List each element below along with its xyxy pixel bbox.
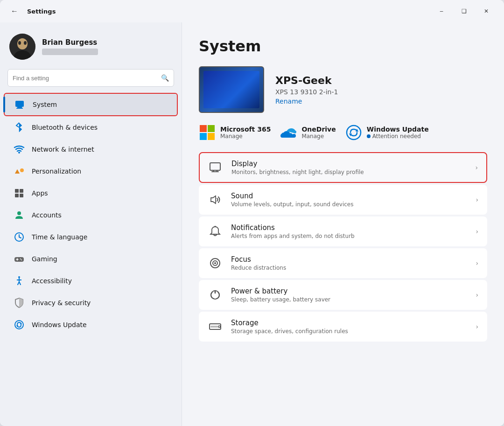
svg-rect-50 [210, 326, 218, 328]
sidebar-item-accessibility[interactable]: Accessibility [4, 270, 178, 292]
svg-rect-18 [14, 257, 24, 262]
svg-rect-31 [200, 125, 207, 132]
time-icon [13, 231, 25, 243]
sidebar: Brian Burgess 🔍 [0, 22, 182, 426]
svg-rect-12 [15, 194, 19, 197]
svg-marker-42 [211, 196, 216, 203]
sound-chevron: › [476, 196, 478, 203]
sound-desc: Volume levels, output, input, sound devi… [231, 201, 467, 208]
notifications-text: Notifications Alerts from apps and syste… [231, 223, 467, 239]
settings-window: ← Settings – ❑ ✕ [0, 0, 504, 426]
svg-point-22 [21, 259, 22, 260]
user-section: Brian Burgess [0, 22, 182, 69]
storage-desc: Storage space, drives, configuration rul… [231, 328, 467, 335]
setting-item-notifications[interactable]: Notifications Alerts from apps and syste… [199, 216, 487, 246]
sidebar-item-bluetooth[interactable]: Bluetooth & devices [4, 117, 178, 138]
device-model: XPS 13 9310 2-in-1 [275, 88, 338, 96]
focus-desc: Reduce distractions [231, 265, 467, 271]
svg-point-21 [20, 258, 21, 259]
sound-name: Sound [231, 192, 467, 200]
avatar [9, 34, 35, 60]
setting-item-sound[interactable]: Sound Volume levels, output, input, soun… [199, 185, 487, 215]
quick-links: Microsoft 365 Manage OneDrive Manage [199, 124, 487, 141]
setting-item-display[interactable]: Display Monitors, brightness, night ligh… [199, 152, 487, 183]
privacy-icon [13, 297, 25, 309]
svg-line-17 [19, 237, 21, 238]
svg-rect-7 [16, 108, 23, 109]
focus-text: Focus Reduce distractions [231, 255, 467, 271]
accessibility-icon [13, 275, 25, 287]
storage-icon [208, 319, 223, 334]
windows-update-icon [13, 319, 25, 331]
power-icon [208, 287, 223, 302]
device-section: XPS-Geek XPS 13 9310 2-in-1 Rename [199, 66, 487, 113]
svg-rect-6 [17, 107, 22, 108]
title-bar-controls: – ❑ ✕ [431, 4, 497, 19]
power-text: Power & battery Sleep, battery usage, ba… [231, 287, 467, 303]
onedrive-icon [280, 124, 297, 141]
sidebar-item-system-label: System [33, 101, 57, 108]
svg-point-28 [15, 321, 23, 329]
minimize-button[interactable]: – [431, 4, 452, 19]
storage-chevron: › [476, 323, 478, 330]
maximize-button[interactable]: ❑ [454, 4, 474, 19]
device-screen [203, 71, 259, 108]
personalization-icon [13, 165, 25, 177]
sidebar-item-apps[interactable]: Apps [4, 182, 178, 204]
accounts-icon [13, 209, 25, 221]
focus-name: Focus [231, 255, 467, 264]
onedrive-name: OneDrive [301, 126, 336, 133]
sidebar-item-time[interactable]: Time & language [4, 226, 178, 248]
title-bar: ← Settings – ❑ ✕ [0, 0, 504, 22]
sidebar-item-system[interactable]: System [4, 93, 178, 116]
svg-point-46 [214, 262, 216, 264]
svg-rect-33 [200, 133, 207, 140]
ms365-text: Microsoft 365 Manage [220, 126, 271, 140]
display-chevron: › [475, 164, 478, 171]
back-button[interactable]: ← [7, 4, 21, 18]
close-button[interactable]: ✕ [476, 4, 497, 19]
display-name: Display [231, 160, 467, 168]
sidebar-item-accounts[interactable]: Accounts [4, 204, 178, 226]
user-name: Brian Burgess [42, 38, 98, 47]
setting-item-power[interactable]: Power & battery Sleep, battery usage, ba… [199, 280, 487, 310]
svg-rect-32 [208, 125, 215, 132]
search-box[interactable]: 🔍 [7, 69, 174, 87]
display-text: Display Monitors, brightness, night ligh… [231, 160, 467, 175]
focus-chevron: › [476, 259, 478, 267]
bluetooth-icon [13, 121, 25, 133]
notifications-desc: Alerts from apps and system, do not dist… [231, 233, 467, 239]
svg-point-23 [18, 276, 20, 278]
device-rename-link[interactable]: Rename [275, 98, 338, 105]
sidebar-item-privacy[interactable]: Privacy & security [4, 292, 178, 314]
alert-dot [367, 134, 371, 138]
svg-line-27 [19, 282, 21, 285]
setting-item-storage[interactable]: Storage Storage space, drives, configura… [199, 312, 487, 342]
device-info: XPS-Geek XPS 13 9310 2-in-1 Rename [275, 75, 338, 105]
winupdate-text: Windows Update Attention needed [367, 126, 429, 140]
focus-icon [208, 256, 223, 271]
svg-rect-13 [20, 194, 23, 197]
search-input[interactable] [13, 75, 161, 82]
sidebar-item-gaming[interactable]: Gaming [4, 248, 178, 270]
setting-item-focus[interactable]: Focus Reduce distractions › [199, 248, 487, 278]
quick-link-ms365[interactable]: Microsoft 365 Manage [199, 124, 271, 141]
sidebar-item-personalization[interactable]: Personalization [4, 161, 178, 182]
quick-link-onedrive[interactable]: OneDrive Manage [280, 124, 336, 141]
title-bar-left: ← Settings [7, 4, 431, 18]
sidebar-item-gaming-label: Gaming [32, 255, 57, 263]
sidebar-nav: System Bluetooth & devices [0, 92, 182, 336]
onedrive-sub: Manage [301, 133, 336, 140]
power-chevron: › [476, 291, 478, 299]
svg-rect-34 [208, 133, 215, 140]
sidebar-item-accessibility-label: Accessibility [32, 277, 72, 285]
sidebar-item-network-label: Network & internet [32, 146, 94, 153]
display-icon [208, 160, 223, 175]
quick-link-windows-update[interactable]: Windows Update Attention needed [345, 124, 429, 141]
winupdate-sub: Attention needed [367, 133, 429, 140]
sidebar-item-network[interactable]: Network & internet [4, 139, 178, 160]
sidebar-item-accounts-label: Accounts [32, 211, 62, 219]
sidebar-item-windows-update[interactable]: Windows Update [4, 314, 178, 335]
notifications-name: Notifications [231, 223, 467, 232]
svg-rect-10 [15, 189, 19, 193]
